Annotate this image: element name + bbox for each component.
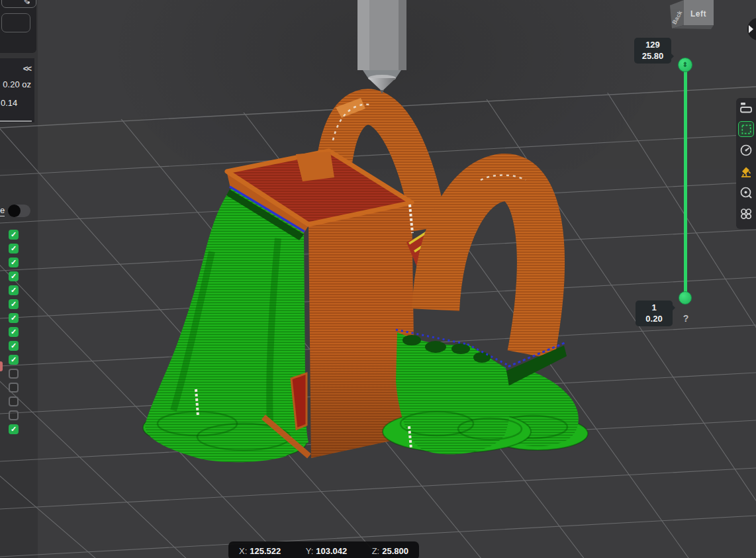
legend-checkbox[interactable]	[9, 410, 19, 420]
toggle-knob	[8, 205, 21, 217]
legend-checkbox[interactable]: ✓	[9, 341, 19, 351]
top-layer-number: 129	[634, 39, 671, 50]
filament-weight-value: 0.20 oz	[3, 79, 31, 89]
legend-color-swatch	[0, 361, 3, 371]
scene-canvas: Back Left	[0, 0, 756, 558]
legend-checkbox[interactable]: ✓	[9, 313, 19, 323]
filament-cost-value: 0.14	[1, 98, 17, 108]
collapse-panel-button[interactable]: <<	[23, 64, 30, 73]
legend-checkbox[interactable]: ✓	[9, 271, 19, 281]
top-layer-height: 25.80	[634, 50, 671, 62]
bottom-layer-height: 0.20	[636, 313, 673, 324]
legend-checkbox[interactable]	[9, 369, 19, 379]
layer-slider-top-tooltip: 129 25.80	[634, 38, 671, 64]
legend-checkbox[interactable]: ✓	[9, 355, 19, 365]
bottom-layer-number: 1	[636, 302, 673, 313]
preview-3d-viewport[interactable]: Back Left	[0, 0, 756, 558]
legend-checkbox[interactable]: ✓	[9, 327, 19, 337]
legend-checkbox[interactable]: ✓	[9, 424, 19, 434]
legend-checkbox[interactable]: ✓	[9, 299, 19, 309]
filament-button[interactable]	[1, 13, 30, 32]
view-options-toolbar	[736, 98, 756, 229]
legend-checkbox[interactable]	[9, 383, 19, 393]
nav-cube-front-label[interactable]: Left	[690, 9, 706, 19]
legend-checkbox[interactable]: ✓	[9, 230, 19, 240]
filament-info-panel: << 0.20 oz 0.14	[0, 58, 34, 122]
legend-checkbox[interactable]	[9, 396, 19, 406]
legend-checkbox-list: ✓✓✓✓✓✓✓✓✓✓✓	[9, 230, 19, 438]
support-paint-icon[interactable]	[738, 163, 754, 179]
speed-gauge-icon[interactable]	[738, 142, 754, 158]
slicer-preview-screen: { "viewport": { "statusbar": { "x_label"…	[0, 0, 756, 558]
layer-slider-bottom-tooltip: 1 0.20	[636, 301, 673, 326]
edit-button[interactable]: ✎	[1, 0, 36, 8]
layer-list-icon[interactable]	[738, 100, 754, 116]
notification-dot	[28, 1, 30, 3]
layer-slider-track[interactable]	[684, 65, 687, 297]
slider-help-button[interactable]: ?	[681, 313, 691, 324]
layer-slider-top-handle[interactable]: ⇕	[678, 58, 692, 72]
legend-checkbox[interactable]: ✓	[9, 257, 19, 267]
dashed-frame-icon[interactable]	[738, 121, 754, 137]
top-left-panel: ✎	[0, 0, 36, 53]
y-coordinate: Y: 103.042	[306, 546, 348, 556]
focus-target-icon[interactable]	[738, 185, 754, 201]
x-coordinate: X: 125.522	[239, 546, 281, 556]
nav-cube[interactable]: Back Left	[670, 0, 714, 29]
legend-checkbox[interactable]: ✓	[9, 285, 19, 295]
coordinates-statusbar: X: 125.522 Y: 103.042 Z: 25.800	[228, 541, 419, 558]
legend-checkbox[interactable]: ✓	[9, 244, 19, 254]
legend-toggle-label: e	[0, 205, 5, 216]
panel-divider	[0, 120, 32, 122]
z-coordinate: Z: 25.800	[372, 546, 408, 556]
legend-toggle-switch[interactable]	[10, 205, 30, 217]
layer-slider-bottom-handle[interactable]	[679, 291, 692, 304]
apps-grid-icon[interactable]	[738, 206, 754, 222]
